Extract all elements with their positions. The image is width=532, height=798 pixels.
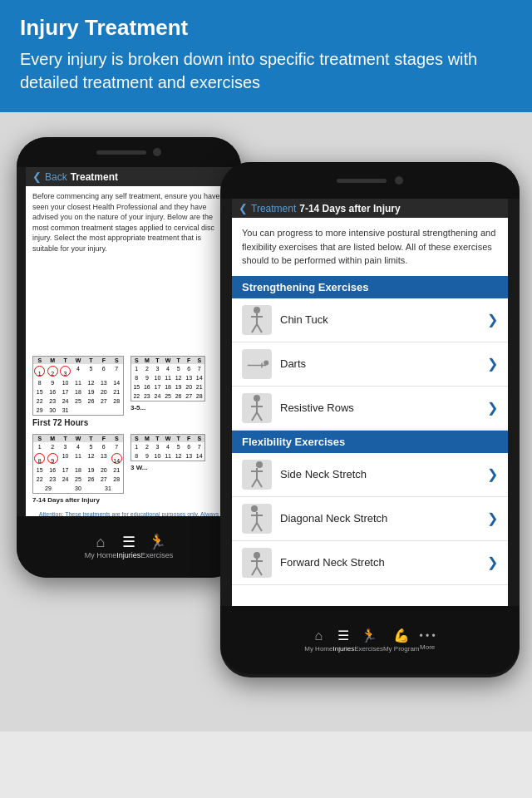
svg-line-12	[257, 412, 262, 421]
svg-point-5	[264, 360, 268, 365]
left-nav-bar: ❮ Back Treatment	[26, 167, 232, 186]
cal2-row4: 22232425262728	[131, 392, 204, 401]
left-nav-exercises-label: Exercises	[140, 551, 173, 559]
right-intro: You can progress to more intensive postu…	[232, 218, 508, 276]
calendar-grid-2: S M T W T F S 1234567	[131, 356, 205, 401]
cal4-header: SMTWTFS	[131, 435, 204, 442]
header-title: Injury Treatment	[20, 15, 512, 41]
side-neck-chevron: ❯	[487, 466, 498, 482]
left-content-text: Before commencing any self treatment, en…	[26, 186, 232, 352]
phone-left: ❮ Back Treatment Before commencing any s…	[17, 137, 241, 578]
exercise-forward-neck-stretch[interactable]: Forward Neck Stretch ❯	[232, 541, 508, 585]
resistive-rows-figure	[244, 394, 269, 422]
darts-thumb	[242, 349, 272, 379]
right-home-icon: ⌂	[315, 628, 323, 643]
injuries-icon: ☰	[122, 534, 135, 549]
svg-line-4	[257, 324, 262, 332]
right-nav-title[interactable]: Treatment	[251, 203, 296, 214]
left-disclaimer: Attention: These treatments are for educ…	[26, 507, 232, 516]
cal2-row1: 1234567	[131, 364, 204, 373]
right-bottom-bar: ⌂ My Home ☰ Injuries 🏃 Exercises 💪 My Pr…	[220, 606, 520, 674]
cal3-row1: 1234567	[33, 442, 123, 451]
calendar-grid-3: SMTWTFS 1234567 8 9 10111213 14	[32, 434, 124, 494]
left-speaker	[96, 150, 146, 155]
darts-figure	[244, 350, 269, 378]
left-bottom-bar: ⌂ My Home ☰ Injuries 🏃 Exercises	[17, 516, 241, 578]
side-neck-thumb	[242, 460, 272, 490]
exercise-resistive-rows[interactable]: Resistive Rows ❯	[232, 387, 508, 431]
right-back-arrow[interactable]: ❮	[239, 202, 248, 214]
forward-neck-figure	[244, 549, 269, 577]
right-more-icon: • • •	[420, 630, 436, 642]
header-banner: Injury Treatment Every injury is broken …	[0, 0, 532, 112]
side-neck-stretch-name: Side Neck Stretch	[280, 468, 479, 480]
forward-neck-stretch-name: Forward Neck Stretch	[280, 556, 479, 569]
right-nav-program[interactable]: 💪 My Program	[383, 628, 420, 653]
cal1-row1: 1 2 3 4 5 6 7	[33, 364, 123, 378]
right-page-title: 7-14 Days after Injury	[299, 203, 400, 214]
cal1-row2: 891011121314	[33, 378, 123, 387]
cal2-header: S M T W T F S	[131, 357, 204, 364]
flexibility-header: Flexibility Exercises	[232, 431, 508, 453]
calendar-grid-4: SMTWTFS 1234567 891011121314	[131, 434, 205, 461]
right-camera	[395, 176, 403, 185]
left-nav-home[interactable]: ⌂ My Home	[85, 534, 117, 559]
diagonal-neck-figure	[244, 505, 269, 533]
right-nav-exercises-label: Exercises	[354, 645, 383, 653]
cal3-row2: 8 9 10111213 14	[33, 451, 123, 466]
right-nav-injuries[interactable]: ☰ Injuries	[332, 628, 354, 653]
strengthening-header: Strengthening Exercises	[232, 276, 508, 298]
right-nav-home-label: My Home	[304, 645, 332, 653]
right-nav-more[interactable]: • • • More	[420, 630, 436, 651]
left-nav-title[interactable]: Back	[45, 171, 67, 183]
cal3-row3: 15161718192021	[33, 466, 123, 475]
resistive-rows-thumb	[242, 393, 272, 423]
right-injuries-icon: ☰	[337, 628, 349, 643]
right-exercises-icon: 🏃	[361, 628, 377, 643]
calendar-2: S M T W T F S 1234567	[131, 356, 205, 411]
left-nav-exercises[interactable]: 🏃 Exercises	[140, 534, 173, 559]
cal1-header: S M T W T F S	[33, 357, 123, 364]
svg-line-27	[257, 567, 262, 575]
calendar-pair-2: SMTWTFS 1234567 8 9 10111213 14	[32, 434, 225, 504]
cal3-header: SMTWTFS	[33, 435, 123, 442]
cal3-label: 7-14 Days after Injury	[32, 496, 124, 504]
left-nav-injuries[interactable]: ☰ Injuries	[116, 534, 140, 559]
svg-line-21	[252, 523, 257, 531]
svg-line-16	[252, 479, 257, 487]
darts-name: Darts	[280, 357, 479, 370]
cal1-row5: 293031	[33, 406, 123, 415]
calendar-pair: S M T W T F S 1 2 3	[32, 356, 225, 427]
right-bottom-nav: ⌂ My Home ☰ Injuries 🏃 Exercises 💪 My Pr…	[304, 606, 436, 674]
cal1-label: First 72 Hours	[32, 418, 124, 427]
svg-point-8	[254, 395, 260, 401]
cal3-row4: 22232425262728	[33, 475, 123, 484]
left-bottom-nav: ⌂ My Home ☰ Injuries 🏃 Exercises	[85, 516, 174, 578]
cal2-label: 3-5...	[131, 404, 205, 411]
exercise-darts[interactable]: Darts ❯	[232, 342, 508, 387]
phone-right-top-bar	[220, 162, 520, 199]
phone-left-top-bar	[17, 137, 241, 167]
phones-area: ❮ Back Treatment Before commencing any s…	[0, 112, 532, 732]
right-nav-program-label: My Program	[383, 645, 420, 653]
home-icon: ⌂	[96, 534, 106, 549]
side-neck-figure	[244, 461, 269, 489]
right-nav-home[interactable]: ⌂ My Home	[304, 628, 332, 653]
exercise-chin-tuck[interactable]: Chin Tuck ❯	[232, 298, 508, 342]
right-nav-exercises[interactable]: 🏃 Exercises	[354, 628, 383, 653]
exercise-side-neck-stretch[interactable]: Side Neck Stretch ❯	[232, 453, 508, 497]
calendar-1: S M T W T F S 1 2 3	[32, 356, 124, 427]
exercises-icon: 🏃	[148, 534, 166, 549]
left-back-arrow[interactable]: ❮	[32, 170, 42, 183]
left-camera	[153, 148, 161, 156]
diagonal-neck-stretch-name: Diagonal Neck Stretch	[280, 512, 479, 525]
right-nav-injuries-label: Injuries	[332, 645, 354, 653]
resistive-rows-chevron: ❯	[487, 400, 498, 416]
exercise-diagonal-neck-stretch[interactable]: Diagonal Neck Stretch ❯	[232, 497, 508, 541]
svg-line-11	[252, 412, 257, 421]
chin-tuck-chevron: ❯	[487, 312, 498, 328]
cal2-row3: 15161718192021	[131, 382, 204, 392]
svg-line-26	[252, 567, 257, 575]
calendar-3: SMTWTFS 1234567 8 9 10111213 14	[32, 434, 124, 504]
calendar-4: SMTWTFS 1234567 891011121314 3 W...	[131, 434, 205, 471]
